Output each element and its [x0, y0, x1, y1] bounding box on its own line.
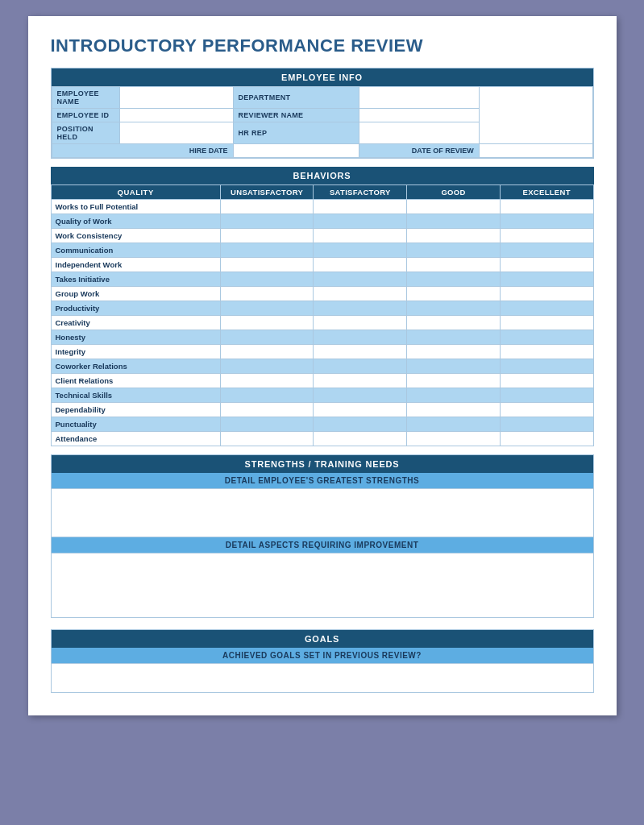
excellent-cell[interactable] [500, 345, 593, 359]
excellent-cell[interactable] [500, 388, 593, 403]
achieved-goals-text-area[interactable] [52, 663, 593, 692]
satisfactory-cell[interactable] [314, 417, 407, 432]
hr-rep-value[interactable] [359, 122, 479, 144]
employee-info-table: EMPLOYEE NAME DEPARTMENT EMPLOYEE ID REV… [52, 86, 593, 158]
excellent-cell[interactable] [500, 316, 593, 330]
date-of-review-value[interactable] [479, 144, 592, 158]
good-cell[interactable] [407, 359, 501, 374]
excellent-cell[interactable] [500, 258, 593, 272]
table-row: Integrity [51, 345, 593, 359]
table-row: Punctuality [51, 417, 593, 432]
quality-label: Honesty [51, 330, 220, 345]
unsatisfactory-cell[interactable] [220, 388, 314, 403]
good-cell[interactable] [407, 258, 501, 272]
behaviors-header: BEHAVIORS [51, 167, 594, 184]
good-cell[interactable] [407, 214, 501, 229]
col-unsatisfactory-header: UNSATISFACTORY [220, 185, 314, 200]
good-cell[interactable] [407, 330, 501, 345]
unsatisfactory-cell[interactable] [220, 432, 314, 446]
good-cell[interactable] [407, 432, 501, 446]
unsatisfactory-cell[interactable] [220, 330, 314, 345]
quality-label: Punctuality [51, 417, 220, 432]
excellent-cell[interactable] [500, 432, 593, 446]
quality-label: Independent Work [51, 258, 220, 272]
reviewer-name-value[interactable] [359, 109, 479, 122]
table-row: Dependability [51, 403, 593, 417]
satisfactory-cell[interactable] [314, 272, 407, 287]
col-quality-header: QUALITY [51, 185, 220, 200]
improvement-text-area[interactable] [52, 553, 593, 617]
unsatisfactory-cell[interactable] [220, 287, 314, 301]
behaviors-table: QUALITY UNSATISFACTORY SATISFACTORY GOOD… [51, 184, 594, 446]
satisfactory-cell[interactable] [314, 258, 407, 272]
satisfactory-cell[interactable] [314, 301, 407, 316]
unsatisfactory-cell[interactable] [220, 417, 314, 432]
unsatisfactory-cell[interactable] [220, 258, 314, 272]
satisfactory-cell[interactable] [314, 330, 407, 345]
satisfactory-cell[interactable] [314, 214, 407, 229]
good-cell[interactable] [407, 417, 501, 432]
excellent-cell[interactable] [500, 301, 593, 316]
satisfactory-cell[interactable] [314, 287, 407, 301]
excellent-cell[interactable] [500, 287, 593, 301]
employee-name-row: EMPLOYEE NAME DEPARTMENT [52, 87, 592, 109]
position-row: POSITION HELD HR REP [52, 122, 592, 144]
unsatisfactory-cell[interactable] [220, 214, 314, 229]
employee-id-value[interactable] [119, 109, 233, 122]
quality-label: Productivity [51, 301, 220, 316]
good-cell[interactable] [407, 301, 501, 316]
excellent-cell[interactable] [500, 330, 593, 345]
excellent-cell[interactable] [500, 359, 593, 374]
unsatisfactory-cell[interactable] [220, 345, 314, 359]
excellent-cell[interactable] [500, 214, 593, 229]
unsatisfactory-cell[interactable] [220, 272, 314, 287]
satisfactory-cell[interactable] [314, 432, 407, 446]
satisfactory-cell[interactable] [314, 200, 407, 214]
satisfactory-cell[interactable] [314, 243, 407, 258]
hire-date-value[interactable] [233, 144, 359, 158]
quality-label: Group Work [51, 287, 220, 301]
satisfactory-cell[interactable] [314, 316, 407, 330]
strengths-header: STRENGTHS / TRAINING NEEDS [52, 455, 593, 473]
good-cell[interactable] [407, 287, 501, 301]
excellent-cell[interactable] [500, 200, 593, 214]
employee-name-value[interactable] [119, 87, 233, 109]
good-cell[interactable] [407, 316, 501, 330]
unsatisfactory-cell[interactable] [220, 403, 314, 417]
excellent-cell[interactable] [500, 272, 593, 287]
quality-label: Works to Full Potential [51, 200, 220, 214]
unsatisfactory-cell[interactable] [220, 243, 314, 258]
quality-label: Work Consistency [51, 229, 220, 243]
good-cell[interactable] [407, 229, 501, 243]
table-row: Communication [51, 243, 593, 258]
satisfactory-cell[interactable] [314, 345, 407, 359]
excellent-cell[interactable] [500, 417, 593, 432]
good-cell[interactable] [407, 388, 501, 403]
excellent-cell[interactable] [500, 229, 593, 243]
satisfactory-cell[interactable] [314, 374, 407, 388]
satisfactory-cell[interactable] [314, 403, 407, 417]
satisfactory-cell[interactable] [314, 388, 407, 403]
unsatisfactory-cell[interactable] [220, 359, 314, 374]
excellent-cell[interactable] [500, 374, 593, 388]
unsatisfactory-cell[interactable] [220, 301, 314, 316]
department-value[interactable] [359, 87, 479, 109]
good-cell[interactable] [407, 403, 501, 417]
unsatisfactory-cell[interactable] [220, 316, 314, 330]
unsatisfactory-cell[interactable] [220, 374, 314, 388]
good-cell[interactable] [407, 374, 501, 388]
page-title: INTRODUCTORY PERFORMANCE REVIEW [51, 35, 594, 56]
good-cell[interactable] [407, 345, 501, 359]
good-cell[interactable] [407, 200, 501, 214]
unsatisfactory-cell[interactable] [220, 200, 314, 214]
good-cell[interactable] [407, 272, 501, 287]
col-excellent-header: EXCELLENT [500, 185, 593, 200]
satisfactory-cell[interactable] [314, 229, 407, 243]
strengths-text-area[interactable] [52, 488, 593, 537]
satisfactory-cell[interactable] [314, 359, 407, 374]
position-value[interactable] [119, 122, 233, 144]
excellent-cell[interactable] [500, 403, 593, 417]
excellent-cell[interactable] [500, 243, 593, 258]
good-cell[interactable] [407, 243, 501, 258]
unsatisfactory-cell[interactable] [220, 229, 314, 243]
